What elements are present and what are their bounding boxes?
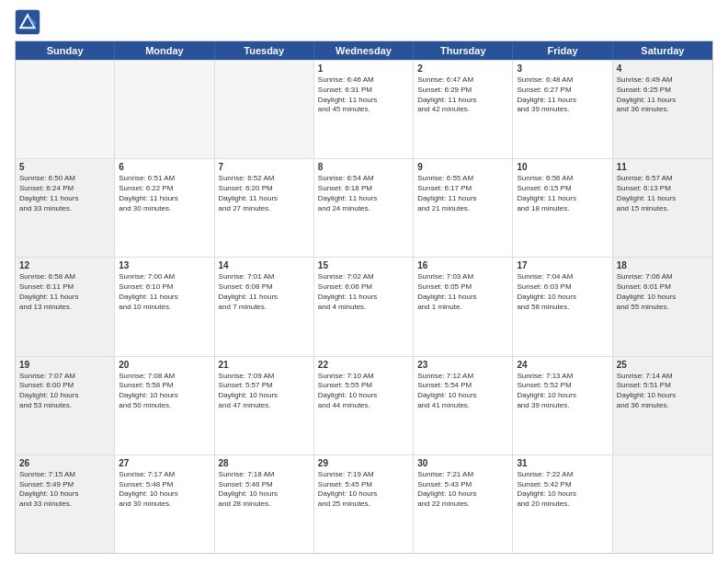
cell-text: Sunrise: 7:04 AM Sunset: 6:03 PM Dayligh…: [517, 272, 608, 312]
cell-text: Sunrise: 7:13 AM Sunset: 5:52 PM Dayligh…: [517, 372, 608, 411]
calendar-cell: 27Sunrise: 7:17 AM Sunset: 5:48 PM Dayli…: [115, 455, 214, 553]
cell-text: Sunrise: 7:02 AM Sunset: 6:06 PM Dayligh…: [318, 272, 409, 312]
calendar-cell: 1Sunrise: 6:46 AM Sunset: 6:31 PM Daylig…: [314, 61, 414, 158]
calendar-cell: 6Sunrise: 6:51 AM Sunset: 6:22 PM Daylig…: [115, 159, 214, 257]
calendar-cell: 31Sunrise: 7:22 AM Sunset: 5:42 PM Dayli…: [513, 455, 612, 553]
calendar-cell: [215, 61, 314, 158]
weekday-header: Thursday: [414, 41, 513, 60]
calendar-cell: 16Sunrise: 7:03 AM Sunset: 6:05 PM Dayli…: [414, 258, 513, 355]
day-number: 26: [19, 458, 110, 468]
day-number: 9: [417, 162, 508, 172]
calendar-row: 26Sunrise: 7:15 AM Sunset: 5:49 PM Dayli…: [16, 454, 712, 553]
day-number: 30: [417, 458, 508, 468]
cell-text: Sunrise: 7:07 AM Sunset: 6:00 PM Dayligh…: [19, 372, 110, 411]
cell-text: Sunrise: 7:14 AM Sunset: 5:51 PM Dayligh…: [617, 372, 709, 411]
day-number: 31: [517, 458, 608, 468]
cell-text: Sunrise: 7:10 AM Sunset: 5:55 PM Dayligh…: [318, 372, 409, 411]
calendar-row: 12Sunrise: 6:58 AM Sunset: 6:11 PM Dayli…: [16, 257, 712, 355]
weekday-header: Sunday: [16, 41, 115, 60]
day-number: 1: [318, 63, 409, 74]
cell-text: Sunrise: 6:46 AM Sunset: 6:31 PM Dayligh…: [318, 75, 409, 115]
page: SundayMondayTuesdayWednesdayThursdayFrid…: [0, 0, 728, 563]
day-number: 2: [417, 63, 508, 74]
weekday-header: Wednesday: [314, 41, 414, 60]
calendar-cell: 7Sunrise: 6:52 AM Sunset: 6:20 PM Daylig…: [215, 159, 314, 257]
day-number: 7: [219, 162, 310, 172]
calendar-cell: 12Sunrise: 6:58 AM Sunset: 6:11 PM Dayli…: [16, 258, 115, 355]
cell-text: Sunrise: 7:00 AM Sunset: 6:10 PM Dayligh…: [119, 272, 210, 312]
cell-text: Sunrise: 7:06 AM Sunset: 6:01 PM Dayligh…: [617, 272, 709, 312]
calendar-cell: 13Sunrise: 7:00 AM Sunset: 6:10 PM Dayli…: [115, 258, 214, 355]
weekday-header: Monday: [115, 41, 214, 60]
calendar-cell: 21Sunrise: 7:09 AM Sunset: 5:57 PM Dayli…: [215, 357, 314, 454]
day-number: 24: [517, 360, 608, 370]
cell-text: Sunrise: 7:12 AM Sunset: 5:54 PM Dayligh…: [417, 372, 508, 411]
cell-text: Sunrise: 7:19 AM Sunset: 5:45 PM Dayligh…: [318, 470, 409, 510]
weekday-header: Tuesday: [215, 41, 314, 60]
calendar-row: 1Sunrise: 6:46 AM Sunset: 6:31 PM Daylig…: [16, 60, 712, 158]
calendar-cell: 25Sunrise: 7:14 AM Sunset: 5:51 PM Dayli…: [613, 357, 712, 454]
cell-text: Sunrise: 6:55 AM Sunset: 6:17 PM Dayligh…: [417, 174, 508, 213]
day-number: 10: [517, 162, 608, 172]
day-number: 25: [617, 360, 709, 370]
calendar-cell: 30Sunrise: 7:21 AM Sunset: 5:43 PM Dayli…: [414, 455, 513, 553]
cell-text: Sunrise: 7:01 AM Sunset: 6:08 PM Dayligh…: [219, 272, 310, 312]
day-number: 8: [318, 162, 409, 172]
day-number: 11: [617, 162, 709, 172]
calendar-cell: 24Sunrise: 7:13 AM Sunset: 5:52 PM Dayli…: [513, 357, 612, 454]
calendar-row: 19Sunrise: 7:07 AM Sunset: 6:00 PM Dayli…: [16, 356, 712, 454]
cell-text: Sunrise: 6:58 AM Sunset: 6:11 PM Dayligh…: [19, 272, 110, 312]
cell-text: Sunrise: 6:48 AM Sunset: 6:27 PM Dayligh…: [517, 75, 608, 115]
day-number: 6: [119, 162, 210, 172]
day-number: 22: [318, 360, 409, 370]
calendar-cell: 15Sunrise: 7:02 AM Sunset: 6:06 PM Dayli…: [314, 258, 414, 355]
day-number: 19: [19, 360, 110, 370]
day-number: 14: [219, 260, 310, 270]
calendar-cell: 20Sunrise: 7:08 AM Sunset: 5:58 PM Dayli…: [115, 357, 214, 454]
calendar-cell: 4Sunrise: 6:49 AM Sunset: 6:25 PM Daylig…: [613, 61, 712, 158]
cell-text: Sunrise: 7:17 AM Sunset: 5:48 PM Dayligh…: [119, 470, 210, 510]
day-number: 23: [417, 360, 508, 370]
cell-text: Sunrise: 7:22 AM Sunset: 5:42 PM Dayligh…: [517, 470, 608, 510]
cell-text: Sunrise: 6:47 AM Sunset: 6:29 PM Dayligh…: [417, 75, 508, 115]
cell-text: Sunrise: 6:51 AM Sunset: 6:22 PM Dayligh…: [119, 174, 210, 213]
calendar-cell: 29Sunrise: 7:19 AM Sunset: 5:45 PM Dayli…: [314, 455, 414, 553]
cell-text: Sunrise: 7:15 AM Sunset: 5:49 PM Dayligh…: [19, 470, 110, 510]
day-number: 18: [617, 260, 709, 270]
cell-text: Sunrise: 6:54 AM Sunset: 6:18 PM Dayligh…: [318, 174, 409, 213]
cell-text: Sunrise: 6:57 AM Sunset: 6:13 PM Dayligh…: [617, 174, 709, 213]
calendar-row: 5Sunrise: 6:50 AM Sunset: 6:24 PM Daylig…: [16, 158, 712, 257]
cell-text: Sunrise: 7:21 AM Sunset: 5:43 PM Dayligh…: [417, 470, 508, 510]
cell-text: Sunrise: 6:49 AM Sunset: 6:25 PM Dayligh…: [617, 75, 709, 115]
calendar-cell: 2Sunrise: 6:47 AM Sunset: 6:29 PM Daylig…: [414, 61, 513, 158]
day-number: 3: [517, 63, 608, 74]
calendar-cell: 19Sunrise: 7:07 AM Sunset: 6:00 PM Dayli…: [16, 357, 115, 454]
weekday-header: Friday: [513, 41, 612, 60]
cell-text: Sunrise: 7:18 AM Sunset: 5:46 PM Dayligh…: [219, 470, 310, 510]
logo-icon: [15, 9, 40, 35]
day-number: 21: [219, 360, 310, 370]
cell-text: Sunrise: 7:08 AM Sunset: 5:58 PM Dayligh…: [119, 372, 210, 411]
cell-text: Sunrise: 6:52 AM Sunset: 6:20 PM Dayligh…: [219, 174, 310, 213]
day-number: 29: [318, 458, 409, 468]
calendar-cell: 14Sunrise: 7:01 AM Sunset: 6:08 PM Dayli…: [215, 258, 314, 355]
cell-text: Sunrise: 6:50 AM Sunset: 6:24 PM Dayligh…: [19, 174, 110, 213]
calendar-cell: 22Sunrise: 7:10 AM Sunset: 5:55 PM Dayli…: [314, 357, 414, 454]
logo: [15, 9, 44, 35]
calendar-cell: 9Sunrise: 6:55 AM Sunset: 6:17 PM Daylig…: [414, 159, 513, 257]
day-number: 28: [219, 458, 310, 468]
calendar-cell: 11Sunrise: 6:57 AM Sunset: 6:13 PM Dayli…: [613, 159, 712, 257]
calendar-cell: 26Sunrise: 7:15 AM Sunset: 5:49 PM Dayli…: [16, 455, 115, 553]
weekday-header: Saturday: [613, 41, 712, 60]
day-number: 27: [119, 458, 210, 468]
cell-text: Sunrise: 7:09 AM Sunset: 5:57 PM Dayligh…: [219, 372, 310, 411]
calendar-cell: [613, 455, 712, 553]
calendar-cell: 17Sunrise: 7:04 AM Sunset: 6:03 PM Dayli…: [513, 258, 612, 355]
day-number: 12: [19, 260, 110, 270]
calendar-header: SundayMondayTuesdayWednesdayThursdayFrid…: [16, 41, 712, 60]
calendar-cell: [16, 61, 115, 158]
calendar-cell: 10Sunrise: 6:56 AM Sunset: 6:15 PM Dayli…: [513, 159, 612, 257]
day-number: 4: [617, 63, 709, 74]
day-number: 15: [318, 260, 409, 270]
calendar-cell: 8Sunrise: 6:54 AM Sunset: 6:18 PM Daylig…: [314, 159, 414, 257]
